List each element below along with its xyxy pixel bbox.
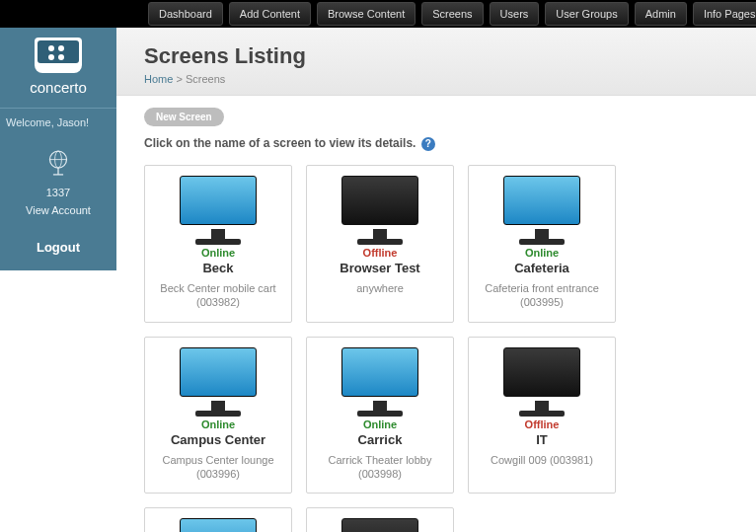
brand-logo[interactable]: concerto xyxy=(0,28,116,108)
globe-icon xyxy=(41,146,75,180)
page-header: Screens Listing Home > Screens xyxy=(116,28,756,96)
screen-card: OfflineBrowser Testanywhere xyxy=(306,165,454,323)
account-block: 1337 View Account xyxy=(0,136,116,230)
monitor-icon xyxy=(341,347,418,417)
nav-dashboard[interactable]: Dashboard xyxy=(148,2,223,26)
nav-info-pages[interactable]: Info Pages xyxy=(693,2,756,26)
nav-admin[interactable]: Admin xyxy=(635,2,687,26)
screen-location: Cowgill 009 (003981) xyxy=(475,453,609,467)
instruction-text: Click on the name of a screen to view it… xyxy=(116,128,756,161)
screen-name-link[interactable]: Beck xyxy=(151,261,285,275)
page-title: Screens Listing xyxy=(144,43,756,69)
nav-add-content[interactable]: Add Content xyxy=(229,2,311,26)
status-badge: Online xyxy=(151,247,285,259)
account-count: 1337 xyxy=(0,187,116,198)
help-icon[interactable]: ? xyxy=(421,137,435,151)
screen-card: OnlineLibraryLibrary reference desk(0039… xyxy=(144,507,292,532)
logout-button[interactable]: Logout xyxy=(0,230,116,270)
nav-user-groups[interactable]: User Groups xyxy=(545,2,628,26)
screens-grid: OnlineBeckBeck Center mobile cart(003982… xyxy=(116,161,756,532)
screen-card: OnlineCampus CenterCampus Center lounge(… xyxy=(144,337,292,494)
screen-name-link[interactable]: Carrick xyxy=(313,432,447,447)
status-badge: Online xyxy=(313,418,447,430)
status-badge: Offline xyxy=(313,247,447,259)
status-badge: Online xyxy=(151,418,285,430)
status-badge: Online xyxy=(475,247,609,259)
nav-screens[interactable]: Screens xyxy=(421,2,483,26)
screen-card: OnlineCafeteriaCafeteria front entrance(… xyxy=(468,165,616,323)
monitor-icon xyxy=(341,176,418,245)
logo-icon xyxy=(35,38,82,73)
toolbar: New Screen xyxy=(116,96,756,128)
screen-location: Carrick Theater lobby(003998) xyxy=(313,453,447,482)
status-badge: Offline xyxy=(475,418,609,430)
breadcrumb: Home > Screens xyxy=(144,73,756,85)
screen-card: OfflineITCowgill 009 (003981) xyxy=(468,337,616,494)
welcome-text: Welcome, Jason! xyxy=(0,108,116,136)
screen-name-link[interactable]: Cafeteria xyxy=(475,261,609,275)
breadcrumb-home[interactable]: Home xyxy=(144,73,173,85)
monitor-icon xyxy=(503,347,580,417)
monitor-icon xyxy=(180,518,257,532)
screen-card: OfflineRafskellerThe Raf (003997) xyxy=(306,507,454,532)
screen-name-link[interactable]: Browser Test xyxy=(313,261,447,275)
monitor-icon xyxy=(503,176,580,245)
top-nav: DashboardAdd ContentBrowse ContentScreen… xyxy=(0,0,756,28)
monitor-icon xyxy=(180,176,257,245)
breadcrumb-current: Screens xyxy=(186,73,225,85)
monitor-icon xyxy=(341,518,418,532)
nav-browse-content[interactable]: Browse Content xyxy=(317,2,416,26)
screen-location: anywhere xyxy=(313,281,447,295)
screen-name-link[interactable]: Campus Center xyxy=(151,432,285,447)
screen-name-link[interactable]: IT xyxy=(475,432,609,447)
new-screen-button[interactable]: New Screen xyxy=(144,108,224,126)
monitor-icon xyxy=(180,347,257,417)
main-content: Screens Listing Home > Screens New Scree… xyxy=(116,28,756,532)
brand-name: concerto xyxy=(0,79,116,96)
view-account-link[interactable]: View Account xyxy=(0,204,116,216)
sidebar: concerto Welcome, Jason! 1337 View Accou… xyxy=(0,28,116,532)
screen-location: Cafeteria front entrance(003995) xyxy=(475,281,609,310)
screen-card: OnlineCarrickCarrick Theater lobby(00399… xyxy=(306,337,454,494)
nav-users[interactable]: Users xyxy=(490,2,540,26)
screen-location: Beck Center mobile cart(003982) xyxy=(151,281,285,310)
screen-card: OnlineBeckBeck Center mobile cart(003982… xyxy=(144,165,292,323)
screen-location: Campus Center lounge(003996) xyxy=(151,453,285,482)
